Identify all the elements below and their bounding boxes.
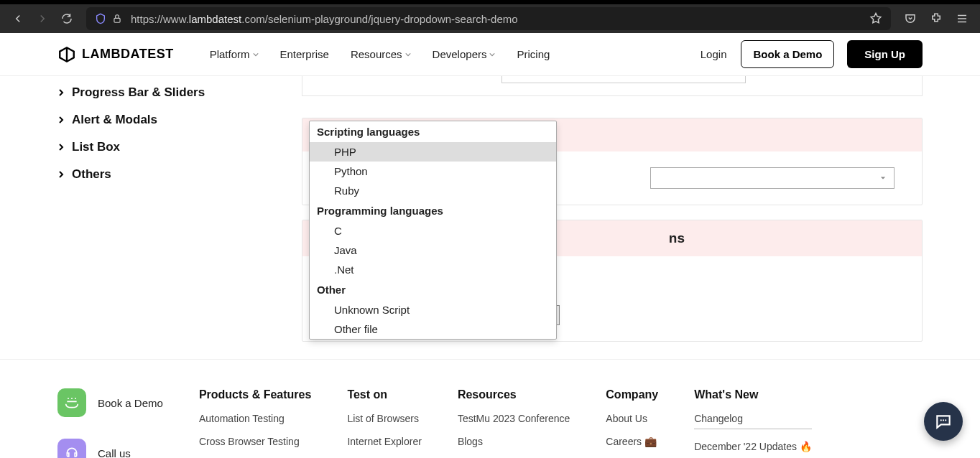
footer-cta-call[interactable]: Call us: [57, 439, 163, 458]
dropdown-option-java[interactable]: Java: [310, 240, 556, 260]
url-prefix: https://www.: [131, 13, 189, 25]
chat-fab[interactable]: [924, 402, 963, 441]
logo-text: LAMBDATEST: [82, 47, 174, 62]
reload-button[interactable]: [55, 6, 79, 31]
chat-icon: [934, 412, 953, 431]
footer-link[interactable]: About Us: [606, 413, 658, 424]
sidebar-item-label: Others: [72, 167, 111, 182]
url-host: lambdatest: [189, 13, 241, 25]
dropdown-listbox: Scripting languages PHP Python Ruby Prog…: [309, 121, 557, 340]
select-partial[interactable]: [501, 76, 746, 83]
nav-developers[interactable]: Developers: [433, 48, 496, 60]
footer-cta-demo[interactable]: Book a Demo: [57, 388, 163, 417]
footer-col-resources: Resources TestMu 2023 Conference Blogs: [458, 388, 570, 458]
book-demo-button[interactable]: Book a Demo: [741, 40, 834, 68]
nav-enterprise[interactable]: Enterprise: [280, 48, 329, 60]
footer-col-teston: Test on List of Browsers Internet Explor…: [347, 388, 422, 458]
menu-icon[interactable]: [950, 6, 974, 31]
forward-button[interactable]: [30, 6, 55, 31]
footer-link[interactable]: Cross Browser Testing: [199, 436, 311, 447]
footer-col-company: Company About Us Careers 💼: [606, 388, 658, 458]
chevron-right-icon: [57, 89, 65, 96]
lock-icon: [112, 14, 122, 24]
dropdown-option-python[interactable]: Python: [310, 162, 556, 181]
logo[interactable]: LAMBDATEST: [57, 45, 174, 64]
footer: Book a Demo Call us Products & Features …: [0, 359, 980, 458]
svg-point-1: [940, 419, 942, 421]
sidebar-item-label: Progress Bar & Sliders: [72, 85, 205, 100]
svg-point-2: [943, 419, 944, 421]
sidebar-item-label: Alert & Modals: [72, 113, 157, 127]
footer-link[interactable]: Changelog: [694, 413, 812, 429]
main-nav: Platform Enterprise Resources Developers…: [210, 48, 550, 60]
dropdown-group: Programming languages: [310, 200, 556, 221]
browser-toolbar: https://www.lambdatest.com/selenium-play…: [0, 4, 980, 33]
dropdown-option-php[interactable]: PHP: [310, 142, 556, 162]
sign-up-button[interactable]: Sign Up: [847, 40, 923, 68]
footer-link[interactable]: TestMu 2023 Conference: [458, 413, 570, 424]
footer-heading: Products & Features: [199, 388, 311, 401]
sidebar-item-progress[interactable]: Progress Bar & Sliders: [57, 79, 266, 106]
sidebar: Progress Bar & Sliders Alert & Modals Li…: [57, 76, 266, 356]
nav-resources[interactable]: Resources: [351, 48, 411, 60]
card-title-suffix: ns: [669, 230, 685, 246]
login-link[interactable]: Login: [701, 48, 727, 60]
chevron-right-icon: [57, 171, 65, 178]
chevron-right-icon: [57, 116, 65, 123]
chevron-right-icon: [57, 144, 65, 151]
browser-chrome: https://www.lambdatest.com/selenium-play…: [0, 0, 980, 33]
nav-pricing[interactable]: Pricing: [517, 48, 550, 60]
dropdown-group: Other: [310, 279, 556, 300]
nav-platform[interactable]: Platform: [210, 48, 259, 60]
pocket-icon[interactable]: [898, 6, 923, 31]
footer-link[interactable]: December '22 Updates 🔥: [694, 441, 812, 452]
footer-heading: What's New: [694, 388, 812, 401]
dropdown-option-net[interactable]: .Net: [310, 260, 556, 279]
territory-select[interactable]: [650, 167, 895, 189]
url-path: .com/selenium-playground/jquery-dropdown…: [241, 13, 517, 25]
shield-icon: [95, 13, 106, 24]
sidebar-item-others[interactable]: Others: [57, 161, 266, 188]
extensions-icon[interactable]: [924, 6, 948, 31]
footer-link[interactable]: Blogs: [458, 436, 570, 447]
card-top-partial: [302, 76, 923, 90]
dropdown-option-unknown[interactable]: Unknown Script: [310, 300, 556, 319]
footer-col-whatsnew: What's New Changelog December '22 Update…: [694, 388, 812, 458]
footer-link[interactable]: Careers 💼: [606, 436, 658, 447]
svg-point-3: [945, 419, 946, 421]
dropdown-group: Scripting languages: [310, 121, 556, 142]
back-button[interactable]: [6, 6, 30, 31]
footer-heading: Test on: [347, 388, 422, 401]
sidebar-item-alert[interactable]: Alert & Modals: [57, 106, 266, 134]
site-header: LAMBDATEST Platform Enterprise Resources…: [0, 33, 980, 76]
footer-link[interactable]: List of Browsers: [347, 413, 422, 424]
bookmark-icon[interactable]: [869, 12, 882, 25]
dropdown-option-ruby[interactable]: Ruby: [310, 181, 556, 200]
dropdown-option-c[interactable]: C: [310, 221, 556, 240]
footer-link[interactable]: Automation Testing: [199, 413, 311, 424]
headset-icon: [57, 439, 86, 458]
footer-link[interactable]: Internet Explorer: [347, 436, 422, 447]
dropdown-option-otherfile[interactable]: Other file: [310, 319, 556, 339]
footer-heading: Resources: [458, 388, 570, 401]
demo-icon: [57, 388, 86, 417]
svg-rect-0: [114, 18, 120, 22]
sidebar-item-label: List Box: [72, 140, 120, 154]
footer-heading: Company: [606, 388, 658, 401]
sidebar-item-listbox[interactable]: List Box: [57, 134, 266, 161]
footer-cta-label: Book a Demo: [98, 397, 163, 409]
footer-col-products: Products & Features Automation Testing C…: [199, 388, 311, 458]
url-bar[interactable]: https://www.lambdatest.com/selenium-play…: [86, 7, 891, 30]
footer-cta-label: Call us: [98, 447, 131, 459]
dropdown-arrow-icon: [877, 172, 889, 184]
